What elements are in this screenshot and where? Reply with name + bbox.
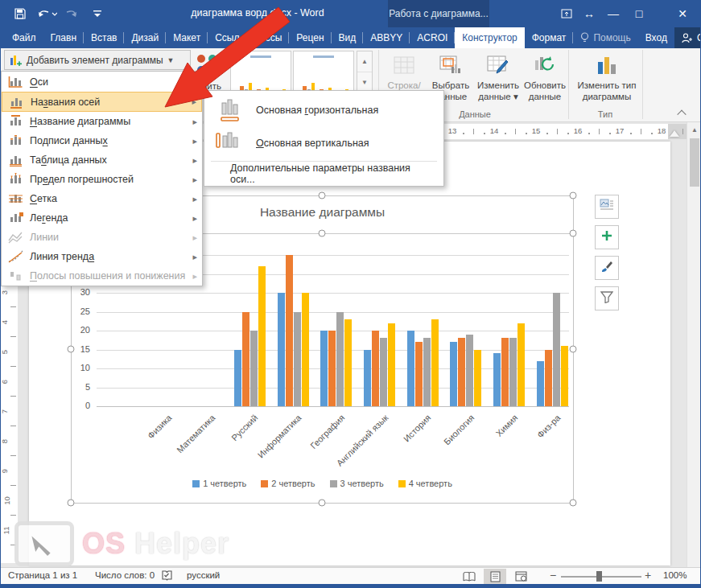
scroll-up-icon[interactable]: ▲ [689,124,700,136]
bar-2-четверть-6[interactable] [415,342,423,406]
bar-1-четверть-6[interactable] [407,331,414,406]
page-indicator[interactable]: Страница 1 из 1 [8,570,77,580]
legend-item[interactable]: 3 четверть [330,479,384,488]
resize-arrows-icon[interactable]: ↔ [576,0,602,27]
minimize-button[interactable]: — [600,0,626,27]
bar-4-четверть-4[interactable] [344,319,352,406]
proofing-icon[interactable] [161,569,173,583]
bar-3-четверть-5[interactable] [380,338,387,406]
redo-icon[interactable] [64,6,79,21]
bar-2-четверть-4[interactable] [328,331,336,406]
menu-item-chart-title[interactable]: Название диаграммы▸ [2,112,202,131]
bar-1-четверть-2[interactable] [234,350,241,407]
bar-4-четверть-5[interactable] [388,323,395,406]
menu-item-gridlines[interactable]: Сетка▸ [2,189,202,208]
tab-acroi[interactable]: ACROI [410,27,455,48]
bar-1-четверть-3[interactable] [278,293,285,406]
selection-handle[interactable] [319,192,326,199]
chart-elements-button[interactable] [595,225,619,249]
bar-1-четверть-8[interactable] [493,353,501,406]
save-icon[interactable] [13,6,27,21]
submenu-item-primary-horizontal[interactable]: Основная горизонтальная [204,93,443,126]
tab-abbyy[interactable]: ABBYY [363,27,410,48]
selection-handle[interactable] [570,230,577,237]
bar-3-четверть-2[interactable] [250,331,258,406]
tab-файл[interactable]: Файл [5,27,43,48]
bar-4-четверть-6[interactable] [431,319,439,406]
selection-handle[interactable] [68,346,75,353]
tab-дизай[interactable]: Дизай [124,27,166,48]
bar-1-четверть-9[interactable] [537,361,544,406]
menu-item-legend[interactable]: Легенда▸ [2,208,202,228]
selection-handle[interactable] [68,500,75,507]
bar-3-четверть-3[interactable] [294,312,301,407]
maximize-button[interactable]: □ [626,0,652,27]
chart-styles-button[interactable] [595,256,619,280]
tab-общий доступ[interactable]: Общий доступ [674,27,701,48]
bar-4-четверть-8[interactable] [518,323,525,406]
vertical-scrollbar[interactable]: ▲ [687,122,701,568]
zoom-out-button[interactable]: − [550,569,556,582]
bar-2-четверть-5[interactable] [372,331,379,406]
bar-3-четверть-9[interactable] [553,293,560,406]
bar-3-четверть-4[interactable] [336,312,344,407]
tab-формат[interactable]: Формат [525,27,574,48]
bar-1-четверть-7[interactable] [450,342,457,406]
selection-handle[interactable] [319,230,326,237]
bar-2-четверть-2[interactable] [242,312,249,407]
tab-помощь[interactable]: Помощь [573,27,637,48]
gallery-scroll-up-icon[interactable]: ▲ [357,51,372,72]
language-indicator[interactable]: русский [187,570,220,580]
read-mode-icon[interactable] [458,569,480,584]
bar-2-четверть-8[interactable] [501,338,509,406]
tab-вид[interactable]: Вид [332,27,364,48]
layout-options-button[interactable] [595,195,619,219]
selection-handle[interactable] [570,346,577,353]
menu-item-data-labels[interactable]: Подписи данных▸ [2,131,202,150]
selection-handle[interactable] [570,192,577,199]
submenu-item-primary-vertical[interactable]: Основная вертикальная [204,126,443,159]
legend-item[interactable]: 2 четверть [261,479,315,488]
bar-4-четверть-7[interactable] [474,350,481,407]
undo-button[interactable] [37,6,58,21]
bar-3-четверть-7[interactable] [466,335,473,406]
submenu-item-more-axis-title-options[interactable]: Дополнительные параметры названия оси... [204,163,443,183]
tab-рассы[interactable]: Рассы [246,27,289,48]
word-count[interactable]: Число слов: 0 [95,570,155,580]
tab-ссыл[interactable]: Ссыл [208,27,246,48]
zoom-in-button[interactable]: + [645,569,651,582]
tab-главн[interactable]: Главн [43,27,85,48]
bar-4-четверть-2[interactable] [258,266,266,406]
bar-4-четверть-9[interactable] [561,346,568,406]
indent-marker-icon[interactable] [670,130,679,137]
bar-2-четверть-7[interactable] [458,338,465,406]
zoom-slider-thumb[interactable] [596,571,602,582]
chart-filters-button[interactable] [595,286,619,310]
chart-legend[interactable]: 1 четверть2 четверть3 четверть4 четверть [71,479,574,488]
bar-1-четверть-4[interactable] [320,331,328,406]
menu-item-error-bars[interactable]: Предел погрешностей▸ [2,170,202,189]
bar-3-четверть-6[interactable] [423,338,431,406]
print-layout-icon[interactable] [484,569,506,584]
close-button[interactable]: ✕ [670,0,695,27]
legend-item[interactable]: 1 четверть [192,479,246,488]
selection-handle[interactable] [319,500,326,507]
quick-access-customize-icon[interactable] [90,6,105,21]
legend-item[interactable]: 4 четверть [398,479,452,488]
menu-item-data-table[interactable]: Таблица данных▸ [2,150,202,170]
bar-4-четверть-3[interactable] [302,293,309,406]
add-chart-element-button[interactable]: Добавить элемент диаграммы ▼ [4,50,191,70]
tab-рецен[interactable]: Рецен [289,27,331,48]
bar-2-четверть-9[interactable] [545,350,552,407]
bar-2-четверть-3[interactable] [286,255,293,406]
zoom-level[interactable]: 100% [663,570,687,580]
selection-handle[interactable] [570,500,577,507]
tab-встав[interactable]: Встав [84,27,124,48]
collapse-ribbon-icon[interactable] [678,108,691,117]
tab-макет[interactable]: Макет [166,27,208,48]
tab-конструктор[interactable]: Конструктор [455,27,524,48]
menu-item-axes[interactable]: Оси▸ [2,72,202,92]
menu-item-trendline[interactable]: Линия тренда▸ [2,247,202,266]
menu-item-axis-titles[interactable]: Названия осей▸ [2,92,202,112]
bar-1-четверть-5[interactable] [364,350,371,407]
